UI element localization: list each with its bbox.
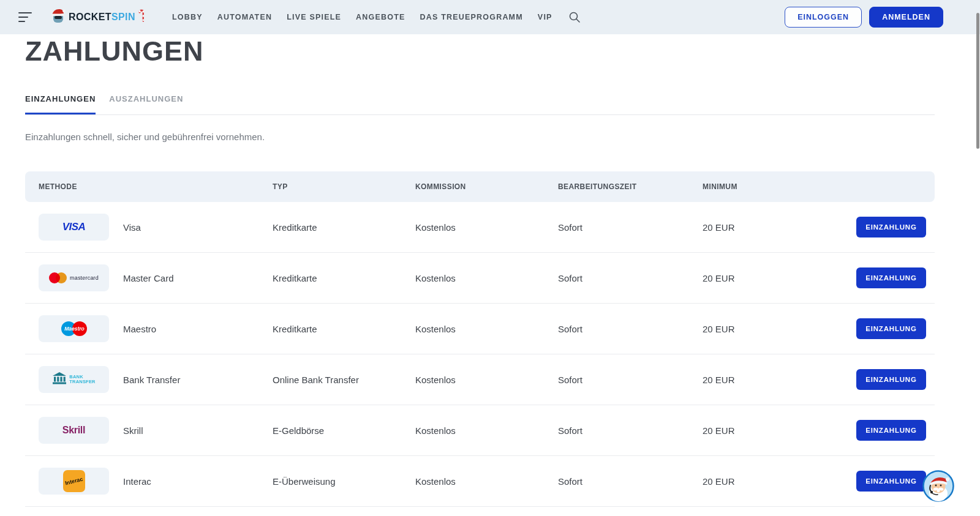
menu-icon[interactable] (18, 12, 33, 22)
bank-building-icon (52, 372, 67, 387)
method-name: Bank Transfer (123, 375, 180, 385)
col-typ: TYP (273, 182, 415, 191)
einzahlung-button-mastercard[interactable]: EINZAHLUNG (856, 267, 926, 288)
table-row-mastercard: mastercard Master Card Kreditkarte Koste… (25, 253, 935, 304)
vertical-scrollbar[interactable] (976, 13, 979, 149)
method-name: Master Card (123, 273, 174, 283)
col-methode: METHODE (39, 182, 273, 191)
col-bearbeitungszeit: BEARBEITUNGSZEIT (558, 182, 703, 191)
table-header: METHODE TYP KOMMISSION BEARBEITUNGSZEIT … (25, 171, 935, 202)
typ-value: Online Bank Transfer (273, 375, 415, 385)
signup-button[interactable]: ANMELDEN (869, 7, 943, 28)
bearbeitungszeit-value: Sofort (558, 324, 703, 334)
einzahlung-button-visa[interactable]: EINZAHLUNG (856, 217, 926, 237)
kommission-value: Kostenlos (415, 273, 558, 283)
method-name: Visa (123, 222, 141, 233)
deposit-methods-table: METHODE TYP KOMMISSION BEARBEITUNGSZEIT … (25, 171, 935, 507)
typ-value: Kreditkarte (273, 222, 415, 233)
minimum-value: 20 EUR (703, 273, 856, 283)
typ-value: E-Geldbörse (273, 425, 415, 436)
table-row-visa: VISA Visa Kreditkarte Kostenlos Sofort 2… (25, 202, 935, 253)
col-minimum: MINIMUM (703, 182, 926, 191)
minimum-value: 20 EUR (703, 222, 856, 233)
kommission-value: Kostenlos (415, 324, 558, 334)
nav-treueprogramm[interactable]: DAS TREUEPROGRAMM (420, 13, 523, 21)
interac-badge-icon: Interac (63, 470, 85, 492)
mastercard-logo: mastercard (39, 264, 109, 291)
einzahlung-button-bank-transfer[interactable]: EINZAHLUNG (856, 369, 926, 390)
bearbeitungszeit-value: Sofort (558, 375, 703, 385)
bearbeitungszeit-value: Sofort (558, 425, 703, 436)
table-row-skrill: Skrill Skrill E-Geldbörse Kostenlos Sofo… (25, 405, 935, 456)
method-name: Maestro (123, 324, 156, 334)
santa-support-avatar-icon (922, 470, 954, 502)
kommission-value: Kostenlos (415, 375, 558, 385)
santa-mascot-icon (50, 7, 66, 27)
method-name: Interac (123, 476, 151, 487)
method-name: Skrill (123, 425, 143, 436)
login-button[interactable]: EINLOGGEN (785, 7, 862, 28)
maestro-logo: Maestro (39, 315, 109, 342)
page-description: Einzahlungen schnell, sicher und gebühre… (25, 132, 980, 142)
typ-value: E-Überweisung (273, 476, 415, 487)
rocketspin-logo[interactable]: ROCKETSPIN (50, 7, 144, 27)
tab-auszahlungen[interactable]: AUSZAHLUNGEN (109, 94, 183, 114)
bearbeitungszeit-value: Sofort (558, 222, 703, 233)
bank-transfer-logo: BANK TRANSFER (39, 366, 109, 393)
nav-automaten[interactable]: AUTOMATEN (217, 13, 273, 21)
nav-angebote[interactable]: ANGEBOTE (356, 13, 405, 21)
top-navbar: ROCKETSPIN LOBBY AUTOMATEN LIVE SPIELE A… (0, 0, 980, 34)
minimum-value: 20 EUR (703, 476, 856, 487)
kommission-value: Kostenlos (415, 476, 558, 487)
skrill-logo: Skrill (39, 417, 109, 444)
mastercard-circles-icon (49, 272, 67, 283)
nav-lobby[interactable]: LOBBY (172, 13, 203, 21)
typ-value: Kreditkarte (273, 324, 415, 334)
minimum-value: 20 EUR (703, 425, 856, 436)
table-row-interac: Interac Interac E-Überweisung Kostenlos … (25, 456, 935, 507)
live-chat-widget[interactable] (922, 470, 954, 502)
bearbeitungszeit-value: Sofort (558, 476, 703, 487)
candy-cane-icon (138, 9, 144, 25)
payments-tabs: EINZAHLUNGEN AUSZAHLUNGEN (25, 94, 935, 115)
nav-vip[interactable]: VIP (538, 13, 552, 21)
bearbeitungszeit-value: Sofort (558, 273, 703, 283)
logo-wordmark: ROCKETSPIN (69, 12, 135, 23)
kommission-value: Kostenlos (415, 425, 558, 436)
col-kommission: KOMMISSION (415, 182, 558, 191)
typ-value: Kreditkarte (273, 273, 415, 283)
search-icon[interactable] (568, 11, 581, 23)
main-nav: LOBBY AUTOMATEN LIVE SPIELE ANGEBOTE DAS… (172, 13, 552, 21)
page-title: ZAHLUNGEN (25, 36, 980, 67)
visa-logo: VISA (39, 214, 109, 241)
minimum-value: 20 EUR (703, 324, 856, 334)
maestro-circles-icon: Maestro (61, 321, 87, 336)
einzahlung-button-maestro[interactable]: EINZAHLUNG (856, 318, 926, 339)
table-row-maestro: Maestro Maestro Kreditkarte Kostenlos So… (25, 304, 935, 354)
kommission-value: Kostenlos (415, 222, 558, 233)
einzahlung-button-interac[interactable]: EINZAHLUNG (856, 471, 926, 492)
interac-logo: Interac (39, 468, 109, 495)
minimum-value: 20 EUR (703, 375, 856, 385)
tab-einzahlungen[interactable]: EINZAHLUNGEN (25, 94, 96, 114)
einzahlung-button-skrill[interactable]: EINZAHLUNG (856, 420, 926, 441)
nav-live-spiele[interactable]: LIVE SPIELE (287, 13, 341, 21)
table-row-bank-transfer: BANK TRANSFER Bank Transfer Online Bank … (25, 354, 935, 405)
